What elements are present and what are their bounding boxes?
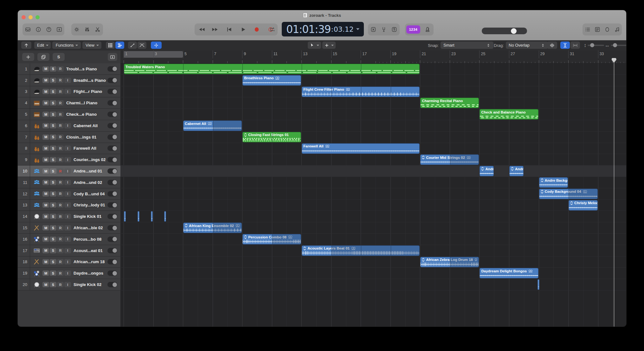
info-icon[interactable] [34,25,43,34]
track-m-button[interactable]: M [42,202,49,208]
track-s-button[interactable]: S [50,202,56,208]
audio-region-sliver[interactable] [124,211,126,222]
track-i-button[interactable]: I [64,89,71,94]
track-s-button[interactable]: S [50,146,56,151]
crossfade-button[interactable] [138,42,146,49]
track-r-button[interactable]: R [57,78,64,83]
track-r-button[interactable]: R [57,146,64,151]
inbox-icon[interactable] [23,25,33,34]
track-header-row[interactable]: 7MSRClosin...ings 01 [18,132,120,143]
track-header-row[interactable]: 3MSRIFlight...r Piano [18,86,120,98]
track-on-off-toggle[interactable] [107,157,117,162]
track-r-button[interactable]: R [57,214,64,219]
midi-region[interactable]: Closing Fast Strings 01 [242,132,301,142]
track-lane[interactable] [120,200,626,211]
track-on-off-toggle[interactable] [107,180,117,185]
audio-region[interactable]: Andre Backgro [539,177,568,188]
audio-region-sliver[interactable] [151,211,153,222]
audio-region-sliver[interactable] [164,211,166,222]
track-s-button[interactable]: S [50,237,56,242]
track-header-row[interactable]: 12MSRICody B...und 04 [18,188,120,200]
track-i-button[interactable]: I [64,259,71,264]
track-lane[interactable] [120,279,626,290]
track-m-button[interactable]: M [42,248,49,253]
audio-region[interactable]: Daydream Delight Bongos [480,268,538,278]
track-on-off-toggle[interactable] [107,248,117,253]
track-s-button[interactable]: S [50,282,56,287]
track-s-button[interactable]: S [50,259,56,264]
playhead-line[interactable] [614,58,615,327]
audio-region[interactable]: Christy Melod [569,200,598,211]
track-i-button[interactable]: I [64,237,71,242]
track-on-off-toggle[interactable] [107,270,117,276]
brightness-icon[interactable] [72,25,81,34]
download-window-icon[interactable] [55,25,64,34]
functions-menu[interactable]: Functions [52,42,81,49]
midi-region[interactable]: Charming Recital Piano [420,98,479,108]
fast-forward-button[interactable] [210,25,220,34]
bar-ruler[interactable]: 13579111315171921232527293133 [120,50,626,64]
track-s-button[interactable]: S [50,134,56,140]
snap-select[interactable]: Smart [441,42,493,49]
track-i-button[interactable]: I [64,78,71,83]
track-on-off-toggle[interactable] [107,78,117,83]
track-m-button[interactable]: M [42,66,49,72]
mixer-icon[interactable] [82,25,92,34]
volume-slider-knob[interactable] [511,28,517,34]
track-s-button[interactable]: S [50,180,56,185]
lcd-dropdown-chevron-icon[interactable] [356,28,359,30]
midi-region[interactable]: Check and Balance Piano [480,109,538,120]
track-m-button[interactable]: M [42,270,49,276]
track-m-button[interactable]: M [42,89,49,94]
track-name[interactable]: Daydre...ongos [74,271,107,276]
track-r-button[interactable]: R [57,202,64,208]
track-name[interactable]: Flight...r Piano [74,89,107,94]
track-i-button[interactable]: I [64,168,71,174]
track-s-button[interactable]: S [50,66,56,72]
track-header-row[interactable]: 11MSRIAndre...und 02 [18,177,120,188]
audio-region[interactable]: Andr [509,166,524,176]
track-on-off-toggle[interactable] [107,146,117,151]
track-on-off-toggle[interactable] [107,168,117,174]
track-header-row[interactable]: 13MSRIChristy...lody 01 [18,200,120,211]
track-i-button[interactable]: I [64,191,71,197]
s-badge-icon[interactable] [390,25,399,34]
track-m-button[interactable]: M [42,168,49,174]
track-r-button[interactable]: R [57,248,64,253]
track-m-button[interactable]: M [42,259,49,264]
track-on-off-toggle[interactable] [107,237,117,242]
track-name[interactable]: Breathl...s Piano [74,78,107,83]
track-s-button[interactable]: S [50,112,56,117]
track-s-button[interactable]: S [50,157,56,162]
audio-region[interactable]: African Zebra Log Drum 18 [420,257,479,267]
track-s-button[interactable]: S [50,248,56,253]
track-on-off-toggle[interactable] [107,282,117,287]
track-r-button[interactable]: R [57,89,64,94]
track-i-button[interactable]: I [64,248,71,253]
track-s-button[interactable]: S [50,78,56,83]
track-s-button[interactable]: S [50,168,56,174]
track-r-button[interactable]: R [57,66,64,72]
horizontal-zoom-button[interactable] [570,42,580,49]
track-lane[interactable] [120,109,626,120]
track-r-button[interactable]: R [57,270,64,276]
track-name[interactable]: Check...e Piano [66,112,107,117]
track-r-button[interactable]: R [57,282,64,287]
lcd-display[interactable]: 01:01:39 : 03.12 [282,22,364,36]
duplicate-track-button[interactable] [37,53,49,61]
track-lane[interactable] [120,166,626,177]
audio-region[interactable]: Acoustic Layers Beat 01 [302,245,420,256]
track-on-off-toggle[interactable] [107,100,117,106]
track-r-button[interactable]: R [57,225,64,231]
track-lane[interactable] [120,132,626,143]
track-m-button[interactable]: M [42,123,49,128]
track-name[interactable]: Christy...lody 01 [74,203,107,207]
track-m-button[interactable]: M [42,146,49,151]
track-header-row[interactable]: 16MSRIPercus...bo 08 [18,234,120,245]
track-name[interactable]: Farewell All [74,146,107,151]
audio-region-sliver[interactable] [538,279,539,290]
track-name[interactable]: Cody B...und 04 [74,192,107,196]
track-header-row[interactable]: 14MSRISingle Kick 01 [18,211,120,222]
track-header-row[interactable]: 2MSRIBreathl...s Piano [18,75,120,86]
track-lane[interactable] [120,75,626,86]
